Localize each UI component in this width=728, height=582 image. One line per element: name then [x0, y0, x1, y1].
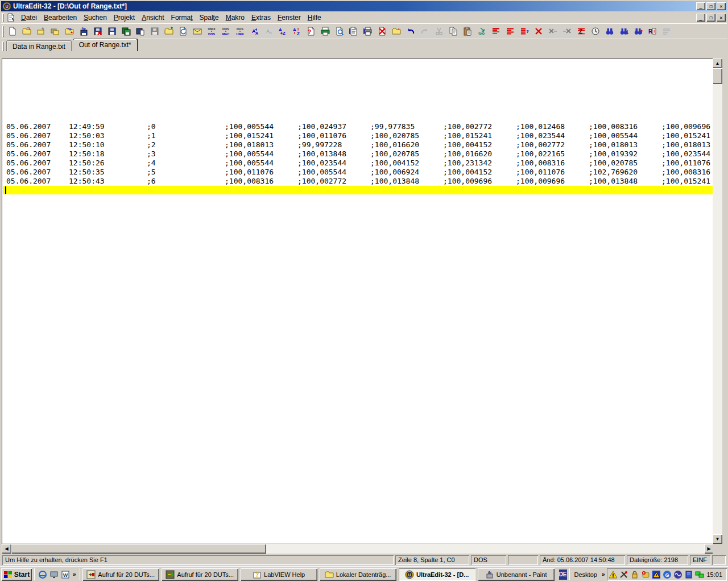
save-close-icon[interactable]	[90, 25, 105, 38]
ie-icon[interactable]	[37, 569, 48, 580]
save-as-icon[interactable]	[133, 25, 147, 38]
delete-file-icon[interactable]	[375, 25, 389, 38]
ultraedit-app-icon[interactable]: U	[2, 2, 11, 11]
menu-item[interactable]: Hilfe	[304, 13, 325, 23]
delete-to-eol-icon[interactable]	[545, 25, 560, 38]
send-mail-icon[interactable]	[190, 25, 204, 38]
find-prev-icon[interactable]	[631, 25, 645, 38]
replace-icon[interactable]: R	[645, 25, 659, 38]
print-icon[interactable]	[318, 25, 332, 38]
goto-line-icon[interactable]: Go	[474, 25, 489, 38]
revert-file-icon[interactable]	[176, 25, 190, 38]
minimize-button[interactable]: _	[696, 2, 705, 10]
quicklaunch-chevron[interactable]: »	[72, 571, 77, 577]
menu-item[interactable]: Suchen	[80, 13, 110, 23]
close-all-icon[interactable]	[48, 25, 62, 38]
find-icon[interactable]	[602, 25, 617, 38]
tray-net-icon[interactable]	[694, 569, 704, 579]
language-indicator[interactable]: DE	[559, 569, 567, 580]
tray-lock-icon[interactable]	[630, 569, 639, 579]
tasks-gripper[interactable]	[80, 568, 80, 581]
sort-ascending-icon[interactable]: AZ	[275, 25, 289, 38]
file-tab[interactable]: Data in Range.txt	[6, 40, 72, 51]
sort-options-icon[interactable]: A?Z	[289, 25, 304, 38]
vertical-scrollbar[interactable]: ▲ ▼	[713, 59, 722, 544]
dos-to-unix-icon[interactable]: DOSUNIX	[233, 25, 247, 38]
template-icon[interactable]: Z	[574, 25, 588, 38]
start-button[interactable]: Start	[1, 568, 32, 581]
tray-warn-icon[interactable]	[608, 569, 618, 579]
text-editor[interactable]: 05.06.2007 12:49:59 ;0 ;100,005544 ;100,…	[2, 59, 714, 544]
menu-item[interactable]: Bearbeiten	[40, 13, 80, 23]
ftp-open-icon[interactable]: ftp	[62, 25, 76, 38]
format-help-icon[interactable]: ?	[517, 25, 531, 38]
tray-alert-icon[interactable]	[651, 569, 661, 579]
paste-icon[interactable]	[460, 25, 474, 38]
wrap-icon[interactable]	[659, 25, 673, 38]
task-button[interactable]: Aufruf für 20 DUTs...	[162, 568, 238, 581]
save-icon[interactable]	[105, 25, 119, 38]
spell-check-icon[interactable]: ?	[304, 25, 318, 38]
word-icon[interactable]: W	[60, 569, 71, 580]
delete-line-icon[interactable]	[531, 25, 545, 38]
to-uppercase-icon[interactable]: AA	[247, 25, 261, 38]
task-button[interactable]: U UltraEdit-32 - [D...	[399, 568, 475, 581]
tray-q-icon[interactable]: G	[662, 569, 672, 579]
mdi-minimize-button[interactable]: _	[696, 14, 705, 22]
find-next-icon[interactable]	[617, 25, 631, 38]
cut-icon[interactable]	[432, 25, 446, 38]
restore-button[interactable]: ❐	[706, 2, 715, 10]
delete-to-bol-icon[interactable]	[560, 25, 574, 38]
task-button[interactable]: Aufruf für 20 DUTs...	[82, 568, 159, 581]
to-lowercase-icon[interactable]: Aa	[261, 25, 275, 38]
ftp-save-icon[interactable]: ftp	[76, 25, 90, 38]
task-button[interactable]: Unbenannt - Paint	[478, 568, 555, 581]
insert-time-icon[interactable]	[588, 25, 602, 38]
mdi-close-button[interactable]: ✕	[717, 14, 726, 22]
mdi-restore-button[interactable]: ❐	[706, 14, 715, 22]
print-setup-icon[interactable]	[361, 25, 375, 38]
copy-icon[interactable]	[446, 25, 460, 38]
task-button[interactable]: ? LabVIEW Help	[241, 568, 317, 581]
menu-item[interactable]: Ansicht	[138, 13, 167, 23]
unix-to-dos-icon[interactable]: UNIXDOS	[204, 25, 218, 38]
format-left-icon[interactable]	[489, 25, 503, 38]
toolbar-gripper[interactable]	[2, 26, 4, 38]
open-recent-icon[interactable]: ²	[389, 25, 403, 38]
redo-icon[interactable]	[417, 25, 432, 38]
menu-item[interactable]: Datei	[18, 13, 40, 23]
print-preview-icon[interactable]	[332, 25, 346, 38]
format-right-icon[interactable]	[503, 25, 517, 38]
file-tab[interactable]: Out of Range.txt*	[73, 39, 138, 51]
desktop-toolbar-gripper[interactable]	[569, 568, 570, 581]
save-all-icon[interactable]	[119, 25, 133, 38]
open-file-icon[interactable]	[19, 25, 34, 38]
horizontal-scroll-thumb[interactable]	[11, 544, 266, 554]
scroll-up-button[interactable]: ▲	[713, 59, 722, 68]
save-copy-icon[interactable]	[147, 25, 162, 38]
menu-item[interactable]: Fenster	[274, 13, 304, 23]
desktop-toolbar-label[interactable]: Desktop	[572, 571, 599, 578]
vertical-scroll-thumb[interactable]	[713, 68, 722, 84]
close-file-icon[interactable]	[34, 25, 48, 38]
page-setup-icon[interactable]	[346, 25, 361, 38]
menu-item[interactable]: Projekt	[110, 13, 138, 23]
scroll-left-button[interactable]: ◀	[2, 544, 11, 554]
tray-usb-icon[interactable]	[619, 569, 628, 579]
menubar-gripper[interactable]	[2, 13, 4, 22]
menu-item[interactable]: Extras	[248, 13, 274, 23]
dos-to-mac-icon[interactable]: DOSMAC	[218, 25, 233, 38]
document-icon[interactable]	[6, 13, 15, 22]
quicklaunch-gripper[interactable]	[34, 568, 35, 581]
menu-item[interactable]: Format	[168, 13, 196, 23]
menu-item[interactable]: Makro	[222, 13, 248, 23]
desktop-chevron[interactable]: »	[601, 571, 606, 577]
add-favorite-icon[interactable]	[162, 25, 176, 38]
tabbar-gripper[interactable]	[2, 41, 4, 51]
close-button[interactable]: ✕	[717, 2, 726, 10]
horizontal-scrollbar[interactable]: ◀ ▶	[2, 544, 714, 554]
show-desktop-icon[interactable]	[48, 569, 59, 580]
new-file-icon[interactable]	[5, 25, 19, 38]
tray-wave-icon[interactable]	[673, 569, 682, 579]
task-button[interactable]: Lokaler Datenträg...	[320, 568, 396, 581]
